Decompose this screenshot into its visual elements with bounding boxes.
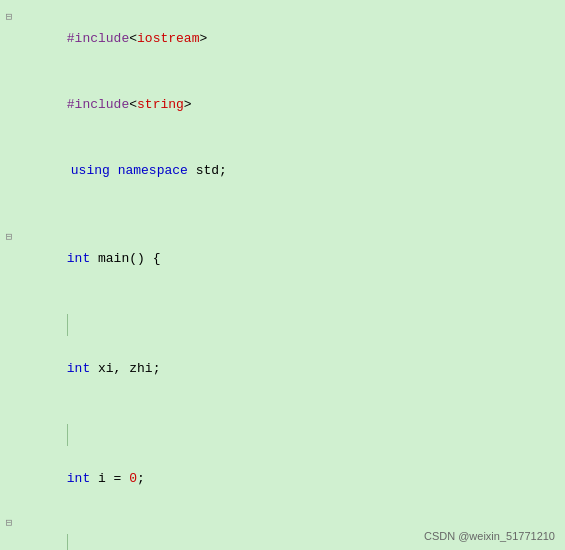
line-content-3: using namespace std;: [18, 138, 227, 204]
line-content-4: [18, 204, 28, 226]
line-content-6: int xi, zhi;: [18, 292, 160, 402]
fold-icon-1[interactable]: ⊟: [0, 6, 18, 28]
code-line-6: int xi, zhi;: [0, 292, 565, 402]
watermark: CSDN @weixin_51771210: [424, 530, 555, 542]
code-line-7: int i = 0;: [0, 402, 565, 512]
code-line-5: ⊟ int main() {: [0, 226, 565, 292]
line-content-1: #include<iostream>: [18, 6, 207, 72]
line-content-2: #include<string>: [18, 72, 192, 138]
fold-icon-5[interactable]: ⊟: [0, 226, 18, 248]
code-line-1: ⊟ #include<iostream>: [0, 6, 565, 72]
fold-icon-8[interactable]: ⊟: [0, 512, 18, 534]
line-content-7: int i = 0;: [18, 402, 145, 512]
code-line-3: using namespace std;: [0, 138, 565, 204]
code-line-2: #include<string>: [0, 72, 565, 138]
line-content-5: int main() {: [18, 226, 160, 292]
code-editor: ⊟ #include<iostream> #include<string> us…: [0, 0, 565, 550]
line-content-8: while (cin >> xi >> zhi) {: [18, 512, 270, 550]
directive-hash: #include: [67, 31, 129, 46]
code-line-4: [0, 204, 565, 226]
